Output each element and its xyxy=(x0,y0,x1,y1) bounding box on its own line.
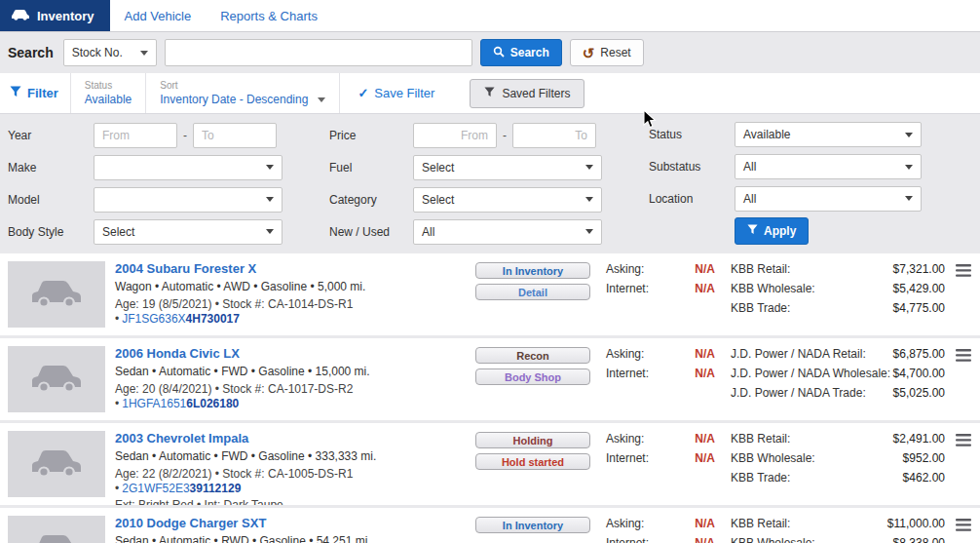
pricing-value: N/A xyxy=(695,451,715,466)
status-badge[interactable]: Hold started xyxy=(475,453,590,470)
vehicle-colors: Ext: Bright Red • Int: Dark Taupe xyxy=(115,498,475,505)
book-value-amount: $8,338.00 xyxy=(893,536,945,543)
fuel-label: Fuel xyxy=(329,161,413,175)
vehicle-photo-placeholder[interactable] xyxy=(8,261,105,328)
book-value-amount: $6,875.00 xyxy=(893,347,945,362)
model-label: Model xyxy=(8,193,94,207)
row-menu-button[interactable] xyxy=(955,518,972,543)
vehicle-photo-placeholder[interactable] xyxy=(8,431,105,497)
row-menu-button[interactable] xyxy=(955,348,972,412)
vehicle-specs: Wagon • Automatic • AWD • Gasoline • 5,0… xyxy=(115,280,475,294)
book-value-amount: $4,775.00 xyxy=(893,301,945,316)
pricing-label: Internet: xyxy=(606,282,649,296)
substatus-select[interactable]: All xyxy=(735,154,922,179)
year-to-input[interactable] xyxy=(193,123,277,148)
status-badge[interactable]: In Inventory xyxy=(475,262,590,279)
vin-link[interactable]: 1HGFA1651 xyxy=(122,397,186,410)
vehicle-title-link[interactable]: 2006 Honda Civic LX xyxy=(115,346,475,362)
tab-add-vehicle[interactable]: Add Vehicle xyxy=(110,0,207,31)
car-icon xyxy=(30,532,83,543)
chevron-down-icon xyxy=(905,165,913,170)
tab-reports-charts[interactable]: Reports & Charts xyxy=(206,0,332,31)
model-select[interactable] xyxy=(94,187,283,213)
price-from-input[interactable] xyxy=(413,123,497,148)
status-label: Status xyxy=(649,128,735,141)
pricing-value: N/A xyxy=(695,282,715,296)
chevron-down-icon xyxy=(585,229,593,234)
chevron-down-icon xyxy=(140,51,148,56)
status-select-value: Available xyxy=(743,128,790,141)
status-badge[interactable]: Detail xyxy=(475,284,590,300)
vehicle-book-values: KBB Retail:$2,491.00 KBB Wholesale:$952.… xyxy=(731,431,945,497)
filter-toggle-button[interactable]: Filter xyxy=(8,73,70,113)
search-button[interactable]: Search xyxy=(480,39,562,66)
vehicle-title-link[interactable]: 2010 Dodge Charger SXT xyxy=(115,516,475,531)
vehicle-row: 2006 Honda Civic LX Sedan • Automatic • … xyxy=(0,338,980,420)
location-select[interactable]: All xyxy=(735,186,922,212)
range-separator: - xyxy=(503,129,507,142)
search-field-select[interactable]: Stock No. xyxy=(63,39,157,66)
category-select[interactable]: Select xyxy=(413,187,602,213)
book-value-label: KBB Wholesale: xyxy=(731,282,815,296)
new-used-select-value: All xyxy=(422,225,434,239)
saved-filters-button[interactable]: Saved Filters xyxy=(470,79,584,108)
chevron-down-icon xyxy=(266,229,274,234)
make-select[interactable] xyxy=(94,155,283,180)
top-navigation-bar: Inventory Add Vehicle Reports & Charts xyxy=(0,0,980,32)
fuel-select[interactable]: Select xyxy=(413,155,602,180)
vin-last8[interactable]: 6L026180 xyxy=(186,397,239,410)
vehicle-specs: Sedan • Automatic • RWD • Gasoline • 54,… xyxy=(115,534,475,543)
filter-toggle-label: Filter xyxy=(27,86,58,100)
filter-status-summary[interactable]: Status Available xyxy=(70,73,145,113)
book-value-amount: $2,491.00 xyxy=(893,432,945,446)
search-input[interactable] xyxy=(165,39,472,66)
status-badge[interactable]: Body Shop xyxy=(475,368,590,385)
vehicle-photo-placeholder[interactable] xyxy=(8,516,105,543)
check-icon: ✓ xyxy=(358,86,368,100)
status-select[interactable]: Available xyxy=(735,122,922,147)
substatus-label: Substatus xyxy=(649,160,735,174)
filter-status-value: Available xyxy=(85,93,132,106)
book-value-amount: $11,000.00 xyxy=(887,517,945,531)
vehicle-status-badges: In Inventory Detail xyxy=(475,261,590,328)
pricing-value: N/A xyxy=(695,432,715,446)
chevron-down-icon xyxy=(585,197,593,202)
vehicle-status-badges: In Inventory xyxy=(475,516,590,543)
new-used-select[interactable]: All xyxy=(413,219,602,245)
funnel-icon xyxy=(484,87,495,100)
save-filter-link[interactable]: ✓ Save Filter xyxy=(348,73,444,113)
vin-link[interactable]: JF1SG636X xyxy=(122,312,185,326)
filter-bar: Filter Status Available Sort Inventory D… xyxy=(0,73,980,114)
pricing-value: N/A xyxy=(695,536,715,543)
vin-last8[interactable]: 39112129 xyxy=(190,482,242,495)
tab-inventory[interactable]: Inventory xyxy=(0,0,110,31)
vin-last8[interactable]: 4H730017 xyxy=(186,312,240,326)
vehicle-book-values: J.D. Power / NADA Retail:$6,875.00 J.D. … xyxy=(731,346,945,412)
status-badge[interactable]: Recon xyxy=(475,347,590,364)
vehicle-pricing: Asking:N/A Internet:N/A xyxy=(606,516,715,543)
sort-dropdown[interactable]: Sort Inventory Date - Descending xyxy=(145,73,340,113)
row-menu-button[interactable] xyxy=(955,263,972,328)
year-from-input[interactable] xyxy=(94,123,177,148)
reset-button[interactable]: ↺ Reset xyxy=(570,39,644,66)
pricing-value: N/A xyxy=(695,262,715,277)
vin-link[interactable]: 2G1WF52E3 xyxy=(122,482,189,495)
status-badge[interactable]: Holding xyxy=(475,432,590,448)
chevron-down-icon xyxy=(905,133,913,137)
body-style-select[interactable]: Select xyxy=(94,219,283,245)
pricing-label: Internet: xyxy=(606,451,649,466)
chevron-down-icon xyxy=(266,165,274,170)
location-label: Location xyxy=(649,192,735,206)
price-to-input[interactable] xyxy=(512,123,596,148)
apply-button[interactable]: Apply xyxy=(735,217,809,245)
vehicle-photo-placeholder[interactable] xyxy=(8,346,105,412)
status-badge[interactable]: In Inventory xyxy=(475,517,590,533)
vehicle-title-link[interactable]: 2003 Chevrolet Impala xyxy=(115,431,475,446)
vehicle-title-link[interactable]: 2004 Subaru Forester X xyxy=(115,261,475,277)
vehicle-info: 2003 Chevrolet Impala Sedan • Automatic … xyxy=(115,431,475,497)
pricing-label: Internet: xyxy=(606,367,649,381)
row-menu-button[interactable] xyxy=(955,433,972,497)
tab-add-vehicle-label: Add Vehicle xyxy=(125,9,192,23)
reset-button-label: Reset xyxy=(600,46,630,59)
reset-icon: ↺ xyxy=(583,46,595,60)
